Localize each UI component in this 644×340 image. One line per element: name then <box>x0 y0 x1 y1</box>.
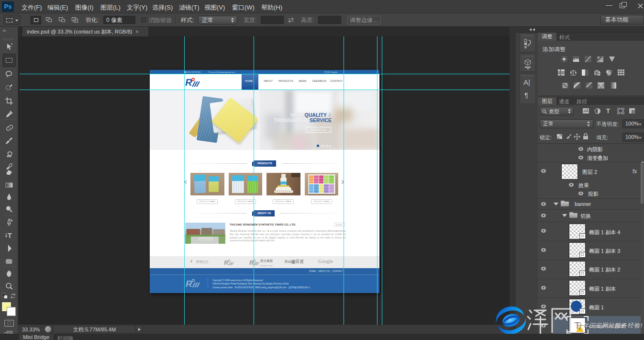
svg-text:R: R <box>224 259 229 266</box>
svg-text:R: R <box>186 279 192 289</box>
svg-text:R: R <box>185 77 192 88</box>
svg-text:T: T <box>8 232 12 239</box>
